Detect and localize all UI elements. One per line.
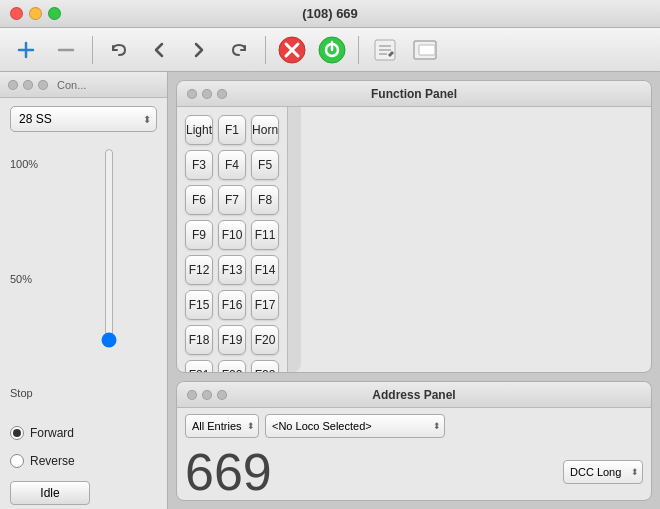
all-entries-select[interactable]: All Entries: [185, 414, 259, 438]
loco-select[interactable]: 28 SS 128 SS 14 SS: [10, 106, 157, 132]
fp-min[interactable]: [202, 89, 212, 99]
lp-max[interactable]: [38, 80, 48, 90]
function-button-f11[interactable]: F11: [251, 220, 279, 250]
function-button-f21[interactable]: F21: [185, 360, 213, 372]
loco-select-wrap-addr: <No Loco Selected>: [265, 414, 445, 438]
function-button-light[interactable]: Light: [185, 115, 213, 145]
direction-area: Forward Reverse: [0, 417, 167, 477]
loco-number: 669: [185, 446, 272, 498]
all-entries-wrap: All Entries: [185, 414, 259, 438]
fp-close[interactable]: [187, 89, 197, 99]
svg-rect-14: [419, 45, 435, 55]
redo-button[interactable]: [221, 34, 257, 66]
toolbar-separator-1: [92, 36, 93, 64]
address-main-row: 669 DCC Long DCC Short DCC Auto MM: [177, 444, 651, 500]
function-button-f1[interactable]: F1: [218, 115, 246, 145]
window-title: (108) 669: [302, 6, 358, 21]
function-panel-title: Function Panel: [371, 87, 457, 101]
forward-label: Forward: [30, 426, 74, 440]
ap-max[interactable]: [217, 390, 227, 400]
speed-labels: 100% 50% Stop: [10, 148, 60, 409]
left-panel-titlebar: Con...: [0, 72, 167, 98]
function-grid: LightF1HornF3F4F5F6F7F8F9F10F11F12F13F14…: [177, 107, 287, 372]
undo-button[interactable]: [101, 34, 137, 66]
function-button-f17[interactable]: F17: [251, 290, 279, 320]
reverse-label: Reverse: [30, 454, 75, 468]
fp-max[interactable]: [217, 89, 227, 99]
lp-min[interactable]: [23, 80, 33, 90]
idle-button[interactable]: Idle: [10, 481, 90, 505]
ap-close[interactable]: [187, 390, 197, 400]
function-button-f22[interactable]: F22: [218, 360, 246, 372]
back-button[interactable]: [141, 34, 177, 66]
forward-radio: [10, 426, 24, 440]
toolbar-separator-2: [265, 36, 266, 64]
loco-select-wrapper: 28 SS 128 SS 14 SS: [10, 106, 157, 132]
function-button-f3[interactable]: F3: [185, 150, 213, 180]
speed-label-100: 100%: [10, 158, 38, 170]
minimize-button[interactable]: [29, 7, 42, 20]
function-button-horn[interactable]: Horn: [251, 115, 279, 145]
reverse-direction-button[interactable]: Reverse: [10, 449, 157, 473]
add-button[interactable]: [8, 34, 44, 66]
speed-label-stop: Stop: [10, 387, 33, 399]
forward-direction-button[interactable]: Forward: [10, 421, 157, 445]
toolbar: [0, 28, 660, 72]
dcc-type-select[interactable]: DCC Long DCC Short DCC Auto MM: [563, 460, 643, 484]
speed-label-50: 50%: [10, 273, 32, 285]
main-content: Con... 28 SS 128 SS 14 SS 100% 50% Stop: [0, 72, 660, 509]
function-scrollbar[interactable]: [287, 107, 301, 372]
function-button-f8[interactable]: F8: [251, 185, 279, 215]
title-bar: (108) 669: [0, 0, 660, 28]
function-button-f20[interactable]: F20: [251, 325, 279, 355]
close-button[interactable]: [10, 7, 23, 20]
function-panel: Function Panel LightF1HornF3F4F5F6F7F8F9…: [176, 80, 652, 373]
window-button[interactable]: [407, 34, 443, 66]
stop-button[interactable]: [274, 34, 310, 66]
function-button-f6[interactable]: F6: [185, 185, 213, 215]
traffic-lights[interactable]: [10, 7, 61, 20]
speed-area: 100% 50% Stop: [0, 140, 167, 417]
ap-min[interactable]: [202, 390, 212, 400]
forward-button[interactable]: [181, 34, 217, 66]
function-button-f16[interactable]: F16: [218, 290, 246, 320]
dcc-type-wrap: DCC Long DCC Short DCC Auto MM: [563, 460, 643, 484]
function-button-f12[interactable]: F12: [185, 255, 213, 285]
function-button-f14[interactable]: F14: [251, 255, 279, 285]
toolbar-separator-3: [358, 36, 359, 64]
function-panel-inner: LightF1HornF3F4F5F6F7F8F9F10F11F12F13F14…: [177, 107, 651, 372]
edit-button[interactable]: [367, 34, 403, 66]
remove-button[interactable]: [48, 34, 84, 66]
function-button-f7[interactable]: F7: [218, 185, 246, 215]
function-button-f23[interactable]: F23: [251, 360, 279, 372]
function-button-f15[interactable]: F15: [185, 290, 213, 320]
maximize-button[interactable]: [48, 7, 61, 20]
function-button-f4[interactable]: F4: [218, 150, 246, 180]
slider-container: [60, 148, 157, 409]
function-button-f9[interactable]: F9: [185, 220, 213, 250]
lp-close[interactable]: [8, 80, 18, 90]
right-panels: Function Panel LightF1HornF3F4F5F6F7F8F9…: [168, 72, 660, 509]
function-button-f5[interactable]: F5: [251, 150, 279, 180]
left-panel: Con... 28 SS 128 SS 14 SS 100% 50% Stop: [0, 72, 168, 509]
address-panel: Address Panel All Entries <No Loco Selec…: [176, 381, 652, 501]
power-button[interactable]: [314, 34, 350, 66]
address-controls: All Entries <No Loco Selected>: [177, 408, 651, 444]
reverse-radio: [10, 454, 24, 468]
function-button-f13[interactable]: F13: [218, 255, 246, 285]
function-button-f18[interactable]: F18: [185, 325, 213, 355]
function-button-f19[interactable]: F19: [218, 325, 246, 355]
function-panel-titlebar: Function Panel: [177, 81, 651, 107]
address-panel-titlebar: Address Panel: [177, 382, 651, 408]
loco-select-row: 28 SS 128 SS 14 SS: [0, 98, 167, 140]
function-button-f10[interactable]: F10: [218, 220, 246, 250]
address-panel-title: Address Panel: [372, 388, 455, 402]
speed-slider[interactable]: [99, 148, 119, 348]
left-panel-title: Con...: [57, 79, 86, 91]
loco-selector[interactable]: <No Loco Selected>: [265, 414, 445, 438]
